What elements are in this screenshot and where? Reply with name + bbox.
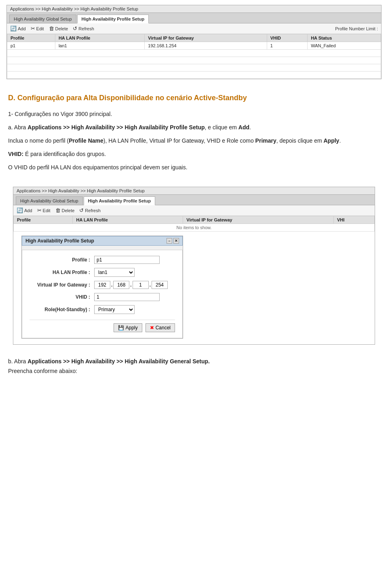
refresh-label-second: Refresh xyxy=(85,208,101,213)
doc-para3b: Profile Name xyxy=(69,137,103,144)
top-data-table: Profile HA LAN Profile Virtual IP for Ga… xyxy=(7,34,381,79)
second-panel-title: Applications >> High Availability >> Hig… xyxy=(13,187,375,195)
tab-global-setup-top[interactable]: High Availability Global Setup xyxy=(9,15,76,23)
modal-footer: 💾 Apply ✖ Cancel xyxy=(30,320,175,332)
second-data-table: Profile HA LAN Profile Virtual IP for Ga… xyxy=(13,216,375,232)
doc-para3d: Primary xyxy=(255,137,276,144)
ip-octet3[interactable] xyxy=(133,281,149,289)
col-ha-status-top: HA Status xyxy=(308,34,381,42)
modal-title-bar: High Availability Profile Setup – ✕ xyxy=(22,236,183,246)
col-vhi-second: VHI xyxy=(333,216,374,224)
edit-button-second[interactable]: ✂ Edit xyxy=(37,207,51,213)
role-select[interactable]: Primary xyxy=(94,305,135,314)
modal-dialog: High Availability Profile Setup – ✕ Prof… xyxy=(21,236,183,339)
tab-global-setup-second[interactable]: High Availability Global Setup xyxy=(16,196,83,205)
profile-limit-label: Profile Number Limit : xyxy=(335,26,378,31)
delete-button-second[interactable]: 🗑 Delete xyxy=(55,207,75,213)
cell-vip: 192.168.1.254 xyxy=(145,42,267,50)
top-tab-bar: High Availability Global Setup High Avai… xyxy=(7,13,381,23)
col-profile-second: Profile xyxy=(14,216,73,224)
col-profile-top: Profile xyxy=(7,34,55,42)
edit-icon: ✂ xyxy=(31,25,35,32)
second-tab-bar: High Availability Global Setup High Avai… xyxy=(13,195,375,205)
delete-icon-second: 🗑 xyxy=(55,207,61,213)
table-row[interactable]: p1 lan1 192.168.1.254 1 WAN_Failed xyxy=(7,42,381,50)
apply-label: Apply xyxy=(126,325,138,331)
col-ha-lan-top: HA LAN Profile xyxy=(55,34,144,42)
top-panel: Applications >> High Availability >> Hig… xyxy=(6,5,382,79)
modal-minimize-button[interactable]: – xyxy=(167,238,172,244)
col-vip-top: Virtual IP for Gateway xyxy=(145,34,267,42)
edit-icon-second: ✂ xyxy=(37,207,42,213)
doc-para2: a. Abra Applications >> High Availabilit… xyxy=(8,123,380,132)
profile-input[interactable] xyxy=(94,256,160,264)
ha-lan-label: HA LAN Profile : xyxy=(30,270,94,275)
top-toolbar: 🔄 Add ✂ Edit 🗑 Delete ↺ Refresh Profile … xyxy=(7,23,381,34)
modal-controls: – ✕ xyxy=(167,238,179,244)
refresh-icon-second: ↺ xyxy=(79,207,84,213)
add-label-second: Add xyxy=(24,208,32,213)
cell-vhid: 1 xyxy=(267,42,307,50)
doc-para2e: . xyxy=(249,124,251,131)
doc-para3g: . xyxy=(339,137,341,144)
table-row-empty3 xyxy=(7,64,381,72)
no-items-text: No items to show. xyxy=(14,224,375,232)
col-ha-lan-second: HA LAN Profile xyxy=(73,216,183,224)
add-button-top[interactable]: 🔄 Add xyxy=(10,25,26,32)
modal-close-button[interactable]: ✕ xyxy=(173,238,179,244)
vip-label: Virtual IP for Gateway : xyxy=(30,282,94,288)
edit-button-top[interactable]: ✂ Edit xyxy=(31,25,44,32)
add-button-second[interactable]: 🔄 Add xyxy=(17,207,32,213)
profile-label: Profile : xyxy=(30,257,94,263)
form-row-vhid: VHID : xyxy=(30,293,175,301)
tab-profile-setup-second[interactable]: High Availability Profile Setup xyxy=(84,196,156,205)
doc-content: D. Configuração para Alta Disponibilidad… xyxy=(0,84,388,181)
refresh-icon: ↺ xyxy=(73,25,77,32)
edit-label-second: Edit xyxy=(43,208,51,213)
col-vip-second: Virtual IP for Gateway xyxy=(183,216,334,224)
form-row-profile: Profile : xyxy=(30,256,175,264)
tab-profile-setup-top[interactable]: High Availability Profile Setup xyxy=(77,15,149,23)
form-row-vip: Virtual IP for Gateway : . . . xyxy=(30,281,175,289)
bottom-para1a: b. Abra xyxy=(8,358,27,365)
modal-title-text: High Availability Profile Setup xyxy=(25,238,94,244)
add-label-top: Add xyxy=(18,26,26,31)
refresh-button-second[interactable]: ↺ Refresh xyxy=(79,207,101,213)
section-heading: D. Configuração para Alta Disponibilidad… xyxy=(8,94,380,102)
ip-octet1[interactable] xyxy=(94,281,110,289)
refresh-button-top[interactable]: ↺ Refresh xyxy=(73,25,94,32)
doc-para5: O VHID do perfil HA LAN dos equipamentos… xyxy=(8,163,380,172)
add-icon-second: 🔄 xyxy=(17,207,23,213)
no-items-row: No items to show. xyxy=(14,224,375,232)
doc-para2c: , e clique em xyxy=(205,124,238,131)
ha-lan-select[interactable]: lan1 xyxy=(94,268,135,277)
vhid-label: VHID : xyxy=(30,294,94,300)
apply-button[interactable]: 💾 Apply xyxy=(114,323,142,332)
doc-para3: Inclua o nome do perfil (Profile Name), … xyxy=(8,136,380,145)
top-panel-title: Applications >> High Availability >> Hig… xyxy=(7,5,381,13)
modal-container: High Availability Profile Setup – ✕ Prof… xyxy=(13,232,375,344)
doc-para4a: VHID: xyxy=(8,151,23,157)
delete-label-top: Delete xyxy=(55,26,68,31)
form-row-role: Role(Hot-Standby) : Primary xyxy=(30,305,175,314)
table-row-empty4 xyxy=(7,72,381,79)
edit-label-top: Edit xyxy=(36,26,44,31)
cancel-button[interactable]: ✖ Cancel xyxy=(146,323,175,332)
cell-ha-status: WAN_Failed xyxy=(308,42,381,50)
refresh-label-top: Refresh xyxy=(78,26,94,31)
doc-para3f: Apply xyxy=(324,137,340,144)
second-panel: Applications >> High Availability >> Hig… xyxy=(13,187,375,345)
delete-button-top[interactable]: 🗑 Delete xyxy=(49,25,68,32)
second-toolbar: 🔄 Add ✂ Edit 🗑 Delete ↺ Refresh xyxy=(13,205,375,216)
table-row-empty xyxy=(7,50,381,57)
doc-para2d: Add xyxy=(238,124,249,131)
delete-icon: 🗑 xyxy=(49,25,54,32)
ip-octet2[interactable] xyxy=(113,281,129,289)
doc-para3e: , depois clique em xyxy=(276,137,324,144)
ip-dot2: . xyxy=(130,282,131,288)
doc-para3c: ), HA LAN Profile, Virtual IP for Gatewa… xyxy=(103,137,255,144)
bottom-para1b: Applications >> High Availability >> Hig… xyxy=(27,358,210,365)
ip-octet4[interactable] xyxy=(152,281,168,289)
vhid-input[interactable] xyxy=(94,293,160,301)
ip-dot3: . xyxy=(150,282,151,288)
